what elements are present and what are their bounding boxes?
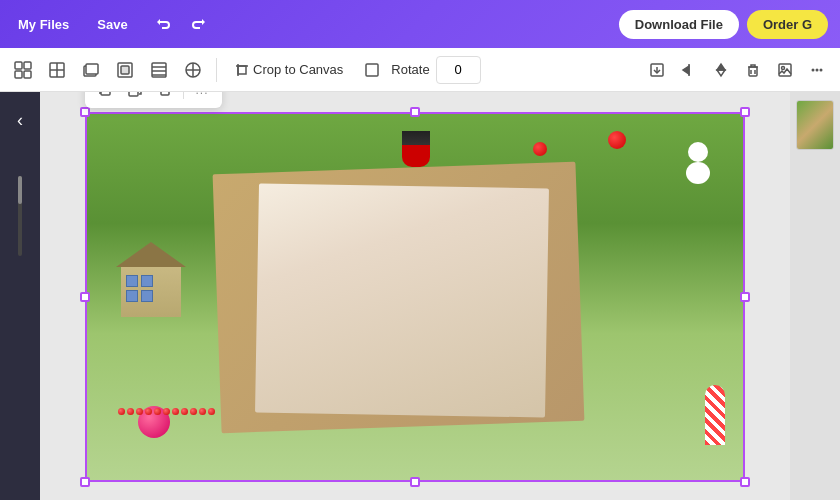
svg-rect-10 xyxy=(121,66,129,74)
ctx-more-button[interactable]: ... xyxy=(188,92,216,104)
header-left: My Files Save xyxy=(12,10,212,38)
download-file-button[interactable]: Download File xyxy=(619,10,739,39)
svg-point-32 xyxy=(812,68,815,71)
snowman-body xyxy=(686,162,710,184)
svg-rect-36 xyxy=(129,92,138,96)
xmas-bead-string xyxy=(118,407,481,415)
svg-rect-37 xyxy=(161,92,169,95)
rotate-label: Rotate xyxy=(391,62,429,77)
selected-image-container[interactable]: ... xyxy=(85,112,745,482)
sidebar-scrollbar[interactable] xyxy=(18,176,22,256)
order-button[interactable]: Order G xyxy=(747,10,828,39)
toolbar-crop-icon[interactable] xyxy=(357,55,387,85)
svg-rect-8 xyxy=(86,64,98,74)
svg-rect-0 xyxy=(15,62,22,69)
header-right: Download File Order G xyxy=(619,10,828,39)
toolbar-layer1-icon[interactable] xyxy=(76,55,106,85)
resize-handle-mr[interactable] xyxy=(740,292,750,302)
toolbar-grid2-icon[interactable] xyxy=(42,55,72,85)
toolbar-separator-1 xyxy=(216,58,217,82)
svg-rect-27 xyxy=(749,67,757,76)
xmas-paper xyxy=(255,183,549,417)
resize-handle-tl[interactable] xyxy=(80,107,90,117)
crop-canvas-label: Crop to Canvas xyxy=(253,62,343,77)
main-area: ‹ ... xyxy=(0,92,840,500)
thumbnail-1[interactable] xyxy=(796,100,834,150)
resize-handle-tr[interactable] xyxy=(740,107,750,117)
svg-marker-25 xyxy=(717,64,725,70)
resize-handle-bm[interactable] xyxy=(410,477,420,487)
canvas-area: ... xyxy=(40,92,790,500)
xmas-stocking xyxy=(402,131,430,167)
undo-redo-group xyxy=(150,10,212,38)
svg-point-34 xyxy=(820,68,823,71)
crop-icon xyxy=(235,63,249,77)
toolbar-layer4-icon[interactable] xyxy=(178,55,208,85)
toolbar-flip-v-icon[interactable] xyxy=(706,55,736,85)
house-window-2 xyxy=(141,275,153,287)
toolbar-more-icon[interactable] xyxy=(802,55,832,85)
toolbar-right-icons xyxy=(642,55,832,85)
crop-to-canvas-button[interactable]: Crop to Canvas xyxy=(225,58,353,81)
context-toolbar: ... xyxy=(85,92,222,108)
xmas-house xyxy=(111,242,191,322)
xmas-ornament-red2 xyxy=(533,142,547,156)
right-thumbnail-strip xyxy=(790,92,840,500)
undo-button[interactable] xyxy=(150,10,178,38)
house-window-4 xyxy=(141,290,153,302)
svg-point-31 xyxy=(782,66,785,69)
ctx-paste-button[interactable] xyxy=(121,92,149,104)
xmas-background xyxy=(85,112,745,482)
svg-rect-35 xyxy=(101,92,110,95)
ctx-delete-button[interactable] xyxy=(151,92,179,104)
xmas-ornament-red1 xyxy=(608,131,626,149)
svg-point-33 xyxy=(816,68,819,71)
save-button[interactable]: Save xyxy=(91,13,133,36)
resize-handle-ml[interactable] xyxy=(80,292,90,302)
toolbar-delete-icon[interactable] xyxy=(738,55,768,85)
svg-marker-26 xyxy=(717,70,725,76)
toolbar-layer3-icon[interactable] xyxy=(144,55,174,85)
image-toolbar: Crop to Canvas Rotate xyxy=(0,48,840,92)
svg-rect-30 xyxy=(779,64,791,76)
ctx-copy-button[interactable] xyxy=(91,92,119,104)
house-body xyxy=(121,267,181,317)
svg-rect-18 xyxy=(238,66,246,74)
ctx-separator xyxy=(183,92,184,99)
resize-handle-bl[interactable] xyxy=(80,477,90,487)
xmas-snowman xyxy=(684,142,712,184)
svg-marker-24 xyxy=(683,66,689,74)
toolbar-export-icon[interactable] xyxy=(642,55,672,85)
rotate-section: Rotate xyxy=(391,56,480,84)
toolbar-flip-h-icon[interactable] xyxy=(674,55,704,85)
svg-rect-1 xyxy=(24,62,31,69)
house-window-1 xyxy=(126,275,138,287)
svg-rect-21 xyxy=(366,64,378,76)
left-sidebar: ‹ xyxy=(0,92,40,500)
xmas-candy-cane xyxy=(705,385,725,445)
house-window-3 xyxy=(126,290,138,302)
svg-rect-2 xyxy=(15,71,22,78)
canvas-image xyxy=(85,112,745,482)
resize-handle-tm[interactable] xyxy=(410,107,420,117)
header-bar: My Files Save Download File Order G xyxy=(0,0,840,48)
resize-handle-br[interactable] xyxy=(740,477,750,487)
toolbar-grid1-icon[interactable] xyxy=(8,55,38,85)
sidebar-scroll-thumb xyxy=(18,176,22,204)
rotate-input[interactable] xyxy=(436,56,481,84)
my-files-link[interactable]: My Files xyxy=(12,13,75,36)
toolbar-image-edit-icon[interactable] xyxy=(770,55,800,85)
house-roof xyxy=(116,242,186,267)
sidebar-back-button[interactable]: ‹ xyxy=(4,104,36,136)
svg-rect-3 xyxy=(24,71,31,78)
redo-button[interactable] xyxy=(184,10,212,38)
toolbar-layer2-icon[interactable] xyxy=(110,55,140,85)
house-windows xyxy=(126,275,153,302)
snowman-head xyxy=(688,142,708,162)
